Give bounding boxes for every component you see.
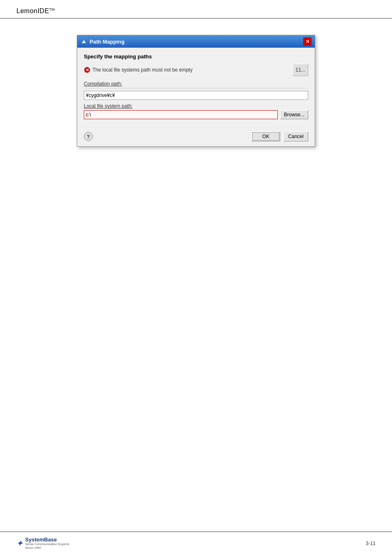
error-left: ✕ The local file systems path must not b… [84,67,192,73]
path-mapping-icon [81,38,87,45]
titlebar-left: Path Mapping [81,38,125,45]
local-path-row: Browse... [84,110,308,119]
page-title: LemonIDETM [16,7,55,14]
local-path-label: Local file system path: [84,103,308,109]
footer-logo: ✦ SystemBase Serial Communication Expert… [16,537,69,550]
dialog-title: Path Mapping [90,39,125,45]
svg-text:✕: ✕ [85,67,89,72]
compilation-path-input[interactable] [84,91,308,100]
browse-button[interactable]: Browse... [280,110,308,119]
dialog-subtitle: Specify the mapping paths [84,53,308,60]
brand-sub: Serial Communication ExpertsSince 1997 [25,543,69,550]
dialog-footer: ? OK Cancel [77,128,315,146]
path-mapping-dialog: Path Mapping ✕ Specify the mapping paths… [77,35,315,147]
help-button[interactable]: ? [84,132,93,141]
page-footer: ✦ SystemBase Serial Communication Expert… [0,532,392,555]
close-button[interactable]: ✕ [303,37,311,46]
footer-brand: SystemBase Serial Communication ExpertsS… [25,537,69,550]
error-icon: ✕ [84,67,90,73]
page-number: 3-11 [366,541,376,546]
compilation-path-separator [84,88,308,88]
brand-name: SystemBase [25,537,69,543]
logo-icon: ✦ [16,539,23,548]
page-header: LemonIDETM [0,0,392,18]
dialog-body: Specify the mapping paths ✕ The local fi… [77,48,315,128]
dialog-titlebar: Path Mapping ✕ [77,35,315,48]
error-message: The local file systems path must not be … [92,67,192,73]
error-row: ✕ The local file systems path must not b… [84,64,308,76]
compilation-path-row [84,91,308,100]
compilation-path-label: Compilation path: [84,81,308,87]
cancel-button[interactable]: Cancel [284,132,308,141]
footer-buttons: OK Cancel [251,132,308,141]
ok-button[interactable]: OK [251,132,280,141]
dialog-backdrop: Path Mapping ✕ Specify the mapping paths… [0,27,392,147]
history-button[interactable]: 11... [293,64,308,76]
local-path-input[interactable] [84,110,278,119]
